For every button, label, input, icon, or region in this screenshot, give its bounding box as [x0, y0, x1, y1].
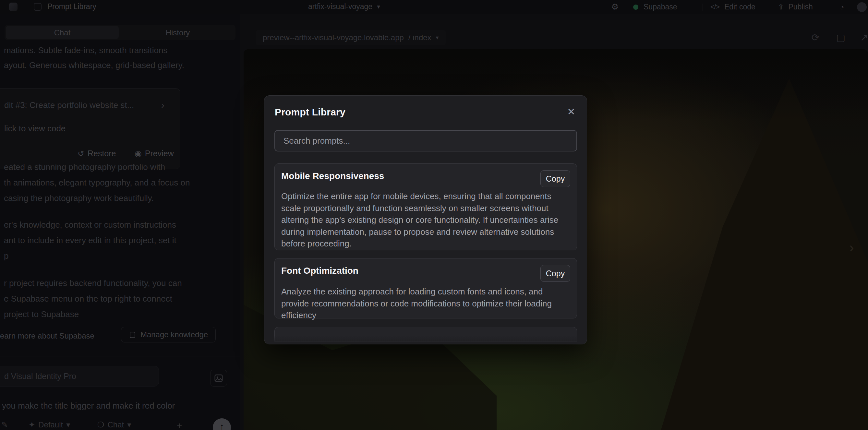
- prompt-card-mobile-responsiveness: Mobile Responsiveness Copy Optimize the …: [274, 163, 577, 250]
- modal-title: Prompt Library: [275, 107, 345, 118]
- search-input[interactable]: [274, 130, 577, 151]
- prompt-description: Analyze the existing approach for loadin…: [281, 286, 572, 321]
- app-window: Prompt Library artfix-visual-voyage ▾ ⚙ …: [0, 0, 868, 430]
- copy-label: Copy: [546, 174, 565, 184]
- copy-button[interactable]: Copy: [540, 170, 570, 187]
- prompt-library-modal: Prompt Library ✕ Mobile Responsiveness C…: [264, 95, 587, 344]
- prompt-title: Mobile Responsiveness: [281, 171, 384, 181]
- close-icon[interactable]: ✕: [565, 106, 577, 118]
- prompt-description: Optimize the entire app for mobile devic…: [281, 190, 572, 250]
- modal-bottom-fade: [265, 336, 587, 344]
- copy-button[interactable]: Copy: [540, 265, 570, 282]
- prompt-title: Font Optimization: [281, 266, 359, 276]
- prompt-card-font-optimization: Font Optimization Copy Analyze the exist…: [274, 258, 577, 318]
- copy-label: Copy: [546, 269, 565, 278]
